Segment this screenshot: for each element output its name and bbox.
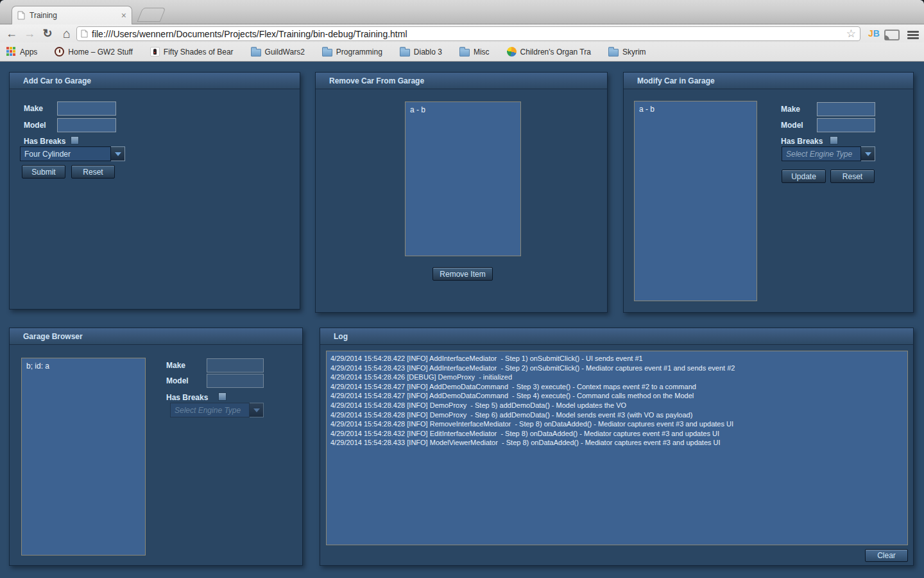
log-textarea[interactable]: 4/29/2014 15:54:28.422 [INFO] AddInterfa…: [326, 351, 908, 545]
home-button[interactable]: ⌂: [59, 25, 74, 42]
list-item[interactable]: a - b: [639, 105, 752, 114]
has-breaks-checkbox[interactable]: [218, 392, 227, 401]
folder-icon: [322, 49, 332, 57]
bear-icon: [150, 47, 160, 57]
panel-title: Log: [320, 328, 913, 345]
back-button[interactable]: ←: [4, 25, 19, 42]
bookmark-star-icon[interactable]: ☆: [846, 27, 856, 40]
make-label: Make: [781, 102, 800, 116]
bookmark-fifty-shades[interactable]: Fifty Shades of Bear: [150, 47, 234, 57]
bookmark-guildwars2[interactable]: GuildWars2: [251, 47, 305, 57]
model-input[interactable]: [57, 118, 116, 132]
model-label: Model: [166, 374, 189, 388]
remove-item-button[interactable]: Remove Item: [432, 267, 493, 281]
bookmark-label: GuildWars2: [265, 48, 305, 57]
tab-close-icon[interactable]: ×: [121, 11, 126, 20]
model-input[interactable]: [817, 118, 875, 132]
reset-button[interactable]: Reset: [71, 165, 115, 179]
clear-button[interactable]: Clear: [865, 549, 908, 562]
bookmark-programming[interactable]: Programming: [322, 47, 382, 57]
cast-extension-icon[interactable]: [884, 30, 900, 40]
remove-car-list[interactable]: a - b: [405, 101, 521, 256]
engine-type-dropdown-disabled: Select Engine Type: [170, 403, 264, 417]
new-tab-button[interactable]: [137, 8, 166, 22]
panel-garage-browser: Garage Browser b; id: a Make Model Has B…: [9, 328, 303, 566]
folder-icon: [608, 49, 619, 57]
make-label: Make: [166, 358, 185, 372]
make-label: Make: [24, 101, 43, 116]
engine-type-placeholder: Select Engine Type: [782, 146, 861, 161]
pie-chart-icon: [507, 47, 517, 57]
browser-toolbar: ← → ↻ ⌂ file:///Users/wennern/Documents/…: [0, 24, 924, 42]
engine-type-value: Four Cylinder: [20, 146, 111, 161]
panel-title: Modify Car in Garage: [624, 73, 913, 89]
list-item[interactable]: b; id: a: [26, 362, 141, 371]
has-breaks-checkbox[interactable]: [830, 136, 838, 144]
panel-log: Log 4/29/2014 15:54:28.422 [INFO] AddInt…: [320, 328, 914, 566]
bookmark-skyrim[interactable]: Skyrim: [608, 47, 646, 57]
address-bar[interactable]: file:///Users/wennern/Documents/Projects…: [76, 26, 860, 41]
panel-remove-car: Remove Car From Garage a - b Remove Item: [315, 72, 608, 313]
model-input[interactable]: [207, 374, 264, 388]
folder-icon: [251, 49, 261, 57]
page-icon: [81, 30, 88, 38]
url-text[interactable]: file:///Users/wennern/Documents/Projects…: [92, 29, 843, 39]
modify-car-list[interactable]: a - b: [634, 101, 757, 301]
tab-title: Training: [30, 11, 117, 20]
bookmark-label: Misc: [474, 48, 490, 57]
panel-add-car: Add Car to Garage Make Model Has Breaks …: [9, 72, 300, 310]
chevron-down-icon: [250, 403, 264, 417]
folder-icon: [400, 49, 410, 57]
browser-window: Training × ← → ↻ ⌂ file:///Users/wennern…: [0, 0, 924, 578]
reload-button[interactable]: ↻: [40, 25, 55, 42]
bookmark-label: Fifty Shades of Bear: [164, 48, 234, 57]
bookmarks-bar: Apps Home – GW2 Stuff Fifty Shades of Be…: [0, 42, 924, 62]
panel-title: Add Car to Garage: [10, 73, 300, 89]
submit-button[interactable]: Submit: [22, 165, 65, 179]
bookmark-label: Apps: [20, 48, 37, 57]
engine-type-dropdown[interactable]: Select Engine Type: [782, 146, 875, 161]
folder-icon: [459, 49, 470, 57]
bookmark-label: Skyrim: [622, 48, 646, 57]
engine-type-placeholder: Select Engine Type: [170, 403, 250, 417]
page-favicon-icon: [17, 11, 25, 20]
panel-modify-car: Modify Car in Garage a - b Make Model Ha…: [623, 72, 914, 313]
tab-strip: Training ×: [0, 0, 924, 24]
model-label: Model: [24, 118, 46, 132]
list-item[interactable]: a - b: [410, 105, 516, 114]
bookmark-apps[interactable]: Apps: [6, 47, 37, 57]
bookmark-home-gw2[interactable]: Home – GW2 Stuff: [55, 47, 132, 57]
bookmark-label: Diablo 3: [414, 48, 442, 57]
has-breaks-checkbox[interactable]: [71, 136, 79, 144]
make-input[interactable]: [207, 358, 264, 372]
bookmark-diablo3[interactable]: Diablo 3: [400, 47, 442, 57]
garage-browser-list[interactable]: b; id: a: [21, 358, 146, 556]
panel-title: Garage Browser: [10, 328, 302, 345]
bookmark-label: Programming: [336, 48, 382, 57]
apps-grid-icon: [6, 47, 16, 57]
chevron-down-icon[interactable]: [861, 146, 875, 161]
update-button[interactable]: Update: [782, 170, 826, 183]
chevron-down-icon[interactable]: [111, 146, 125, 161]
forward-button[interactable]: →: [22, 25, 37, 42]
training-app: Add Car to Garage Make Model Has Breaks …: [0, 62, 924, 578]
reset-button[interactable]: Reset: [830, 170, 875, 183]
chrome-menu-icon[interactable]: [907, 31, 919, 39]
bookmark-label: Children's Organ Tra: [520, 48, 591, 57]
browser-tab[interactable]: Training ×: [12, 6, 132, 24]
make-input[interactable]: [817, 102, 875, 116]
bookmark-childrens-organ[interactable]: Children's Organ Tra: [507, 47, 591, 57]
model-label: Model: [781, 118, 803, 132]
clock-icon: [55, 47, 64, 57]
jb-extension-button[interactable]: JB: [865, 25, 883, 42]
panel-title: Remove Car From Garage: [316, 73, 607, 89]
make-input[interactable]: [57, 101, 116, 116]
bookmark-label: Home – GW2 Stuff: [68, 48, 132, 57]
bookmark-misc[interactable]: Misc: [459, 47, 490, 57]
engine-type-dropdown[interactable]: Four Cylinder: [20, 146, 125, 161]
